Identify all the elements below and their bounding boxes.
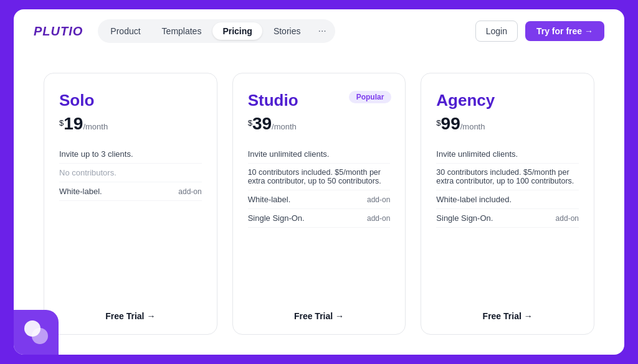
plan-feature-studio-1: 10 contributors included. $5/month per e… [248,164,391,190]
plan-period-studio: /month [272,122,297,131]
app-container: PLUTIO Product Templates Pricing Stories… [14,9,624,355]
cta-button-agency[interactable]: Free Trial → [483,311,533,321]
nav-pills: Product Templates Pricing Stories ··· [98,19,335,43]
plan-feature-solo-0: Invite up to 3 clients. [59,145,202,164]
plan-feature-studio-0: Invite unlimited clients. [248,145,391,164]
plan-feature-solo-1: No contributors. [59,164,202,182]
nav-right: Login Try for free → [475,21,604,42]
plan-currency-studio: $ [248,118,252,128]
nav-item-templates[interactable]: Templates [152,22,212,40]
plan-price-solo: $19/month [59,114,202,134]
nav-more-button[interactable]: ··· [312,22,332,40]
plan-cta-studio: Free Trial → [248,298,391,322]
plan-feature-studio-2: White-label. add-on [248,190,391,209]
try-free-button[interactable]: Try for free → [525,21,604,41]
plan-card-solo: Solo $19/month Invite up to 3 clients. N… [44,73,217,335]
plan-feature-solo-2: White-label. add-on [59,182,202,201]
plans-grid: Solo $19/month Invite up to 3 clients. N… [44,73,594,335]
bottom-logo-decoration [14,310,59,355]
plan-feature-agency-3: Single Sign-On. add-on [436,209,579,228]
plan-price-studio: $39/month [248,114,391,134]
plan-period-agency: /month [460,122,485,131]
plan-feature-agency-1: 30 contributors included. $5/month per e… [436,164,579,190]
svg-point-1 [32,328,48,344]
plan-cta-solo: Free Trial → [59,298,202,322]
plan-cta-agency: Free Trial → [436,298,579,322]
cta-button-studio[interactable]: Free Trial → [294,311,344,321]
cta-button-solo[interactable]: Free Trial → [105,311,155,321]
plan-name-solo: Solo [59,91,202,110]
plan-feature-agency-0: Invite unlimited clients. [436,145,579,164]
plan-card-agency: Agency $99/month Invite unlimited client… [421,73,594,335]
plan-addon-studio-3: add-on [367,214,390,223]
plan-amount-studio: 39 [252,114,272,133]
nav-item-product[interactable]: Product [100,22,150,40]
nav-item-stories[interactable]: Stories [264,22,311,40]
plan-card-studio: Popular Studio $39/month Invite unlimite… [232,73,406,335]
plutio-icon [21,317,51,347]
plan-addon-studio-2: add-on [367,195,390,204]
plan-currency-agency: $ [436,118,440,128]
brand-logo[interactable]: PLUTIO [34,24,83,39]
plan-name-agency: Agency [436,91,579,110]
plan-feature-studio-3: Single Sign-On. add-on [248,209,391,228]
navbar: PLUTIO Product Templates Pricing Stories… [14,9,624,53]
plan-feature-agency-2: White-label included. [436,190,579,209]
main-content: Solo $19/month Invite up to 3 clients. N… [14,53,624,355]
plan-price-agency: $99/month [436,114,579,134]
plan-period-solo: /month [83,122,108,131]
login-button[interactable]: Login [475,21,518,42]
plan-amount-agency: 99 [441,114,460,133]
popular-badge-studio: Popular [349,91,392,103]
plan-addon-solo-2: add-on [178,187,201,196]
nav-item-pricing[interactable]: Pricing [212,22,262,40]
plan-amount-solo: 19 [64,114,83,133]
plan-addon-agency-3: add-on [556,214,579,223]
